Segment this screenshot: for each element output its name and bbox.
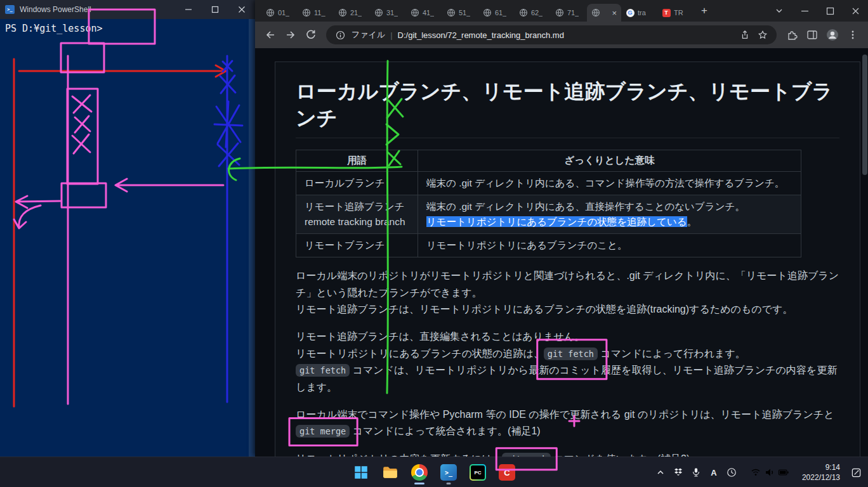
clock-tray-button[interactable]	[723, 462, 740, 483]
chrome-minimize-button[interactable]	[792, 0, 817, 22]
tab-label: 11_	[314, 9, 326, 16]
share-button[interactable]	[739, 29, 751, 41]
tab-favicon-globe-icon	[519, 8, 528, 17]
address-url: D:/git_lesson/72_remote_tracking_branch.…	[398, 30, 733, 40]
browser-tab[interactable]: 21_	[334, 4, 370, 22]
minimize-icon	[801, 7, 809, 15]
ime-mode-button[interactable]: A	[706, 462, 722, 483]
browser-menu-button[interactable]	[844, 26, 862, 44]
taskbar: >_ PC C A	[0, 457, 868, 487]
red-app-icon: C	[499, 464, 515, 481]
side-panel-icon	[806, 29, 818, 41]
profile-button[interactable]	[824, 26, 841, 44]
ime-a-label: A	[711, 468, 716, 477]
browser-tab[interactable]: 62_	[515, 4, 551, 22]
pycharm-icon: PC	[470, 464, 486, 481]
ps-minimize-button[interactable]	[175, 0, 202, 19]
hidden-icons-button[interactable]	[652, 462, 669, 483]
browser-viewport: ローカルブランチ、リモート追跡ブランチ、リモートブランチ 用語 ざっくりとした意…	[255, 48, 868, 457]
markdown-paragraph: リモートリポジトリの内容を更新するには、git push コマンドを使います。(…	[296, 451, 839, 457]
share-icon	[740, 30, 750, 40]
table-meaning-cell: 端末の .git ディレクトリ内にある、直接操作することのないブランチ。リモート…	[418, 195, 801, 234]
selected-text: リモートリポジトリにあるブランチの状態を追跡している	[426, 216, 687, 227]
markdown-paragraph: ローカル端末のリポジトリがリモートリポジトリと関連づけられると、.git ディレ…	[296, 268, 839, 318]
page-title: ローカルブランチ、リモート追跡ブランチ、リモートブランチ	[296, 79, 839, 138]
chrome-maximize-button[interactable]	[817, 0, 843, 22]
page-scrollbar[interactable]	[862, 55, 867, 175]
ps-close-button[interactable]	[228, 0, 255, 19]
notification-pen-icon	[851, 467, 862, 478]
tab-label: tra	[638, 9, 646, 16]
chrome-icon	[411, 464, 428, 481]
folder-icon	[382, 464, 398, 481]
browser-tab[interactable]: 01_	[261, 4, 298, 22]
back-button[interactable]	[261, 26, 279, 44]
chrome-window: 01_11_21_31_41_51_61_62_71_×GtraTTR +	[255, 0, 868, 457]
quick-settings-button[interactable]	[746, 462, 793, 483]
address-scheme-label: ファイル	[352, 29, 385, 41]
tab-label: 01_	[278, 9, 289, 16]
browser-tab[interactable]: TTR	[657, 4, 694, 22]
new-tab-button[interactable]: +	[696, 3, 713, 19]
red-app-taskbar-button[interactable]: C	[494, 460, 520, 485]
browser-tab[interactable]: 51_	[442, 4, 478, 22]
extensions-puzzle-icon	[786, 29, 798, 41]
ps-maximize-button[interactable]	[202, 0, 228, 19]
maximize-icon	[826, 7, 834, 15]
microphone-icon	[691, 467, 701, 477]
extensions-button[interactable]	[783, 26, 801, 44]
tab-label: 62_	[531, 9, 542, 16]
tab-favicon-globe-icon	[266, 8, 275, 17]
chrome-taskbar-button[interactable]	[407, 460, 432, 485]
tab-favicon-globe-icon	[374, 8, 383, 17]
reload-button[interactable]	[302, 26, 320, 44]
browser-tab[interactable]: 71_	[551, 4, 587, 22]
powershell-scrollbar[interactable]	[249, 19, 255, 457]
tab-label: 61_	[495, 9, 506, 16]
table-meaning-cell: リモートリポジトリにあるブランチのこと。	[418, 234, 801, 257]
star-icon	[758, 30, 768, 40]
tab-favicon-globe-icon	[338, 8, 347, 17]
browser-tab[interactable]: 11_	[298, 4, 334, 22]
tab-label: 41_	[423, 9, 434, 16]
document-body: ローカル端末のリポジトリがリモートリポジトリと関連づけられると、.git ディレ…	[296, 268, 839, 457]
browser-tab[interactable]: Gtra	[621, 4, 657, 22]
browser-toolbar: ファイル | D:/git_lesson/72_remote_tracking_…	[255, 22, 868, 48]
pycharm-taskbar-button[interactable]: PC	[465, 460, 490, 485]
back-arrow-icon	[265, 29, 276, 41]
notification-center-button[interactable]	[848, 462, 864, 483]
site-info-icon[interactable]	[334, 29, 346, 41]
table-header-meaning: ざっくりとした意味	[418, 150, 801, 172]
chrome-close-button[interactable]	[843, 0, 868, 22]
powershell-terminal[interactable]: PS D:¥git_lesson>	[0, 19, 255, 38]
tab-close-icon[interactable]: ×	[612, 8, 617, 18]
forward-button[interactable]	[282, 26, 299, 44]
browser-tab[interactable]: 41_	[406, 4, 442, 22]
dropbox-icon	[673, 467, 683, 477]
bookmark-star-button[interactable]	[756, 29, 769, 41]
address-bar[interactable]: ファイル | D:/git_lesson/72_remote_tracking_…	[326, 25, 777, 44]
side-panel-button[interactable]	[803, 26, 821, 44]
clock-date-button[interactable]: 9:14 2022/12/13	[802, 462, 840, 483]
minimize-icon	[185, 6, 192, 13]
tab-favicon-globe-icon	[447, 8, 456, 17]
browser-tab[interactable]: 61_	[478, 4, 515, 22]
powershell-taskbar-button[interactable]: >_	[436, 460, 461, 485]
powershell-titlebar[interactable]: >_ Windows PowerShell	[0, 0, 255, 19]
active-tab[interactable]: ×	[587, 4, 621, 22]
tab-label: 31_	[386, 9, 398, 16]
wifi-icon	[750, 467, 761, 478]
dropbox-tray-button[interactable]	[670, 462, 687, 483]
table-header-term: 用語	[296, 150, 418, 172]
tab-favicon-globe-icon	[483, 8, 492, 17]
file-explorer-button[interactable]	[378, 460, 403, 485]
markdown-document: ローカルブランチ、リモート追跡ブランチ、リモートブランチ 用語 ざっくりとした意…	[275, 62, 860, 457]
browser-tab[interactable]: 31_	[370, 4, 406, 22]
tab-label: TR	[674, 9, 683, 16]
powershell-window: >_ Windows PowerShell PS D:¥git_lesson>	[0, 0, 255, 457]
microphone-tray-button[interactable]	[688, 462, 704, 483]
tab-label: 21_	[350, 9, 362, 16]
start-button[interactable]	[348, 460, 374, 485]
kebab-menu-icon	[848, 30, 858, 40]
window-menu-chevron-button[interactable]	[766, 0, 792, 22]
